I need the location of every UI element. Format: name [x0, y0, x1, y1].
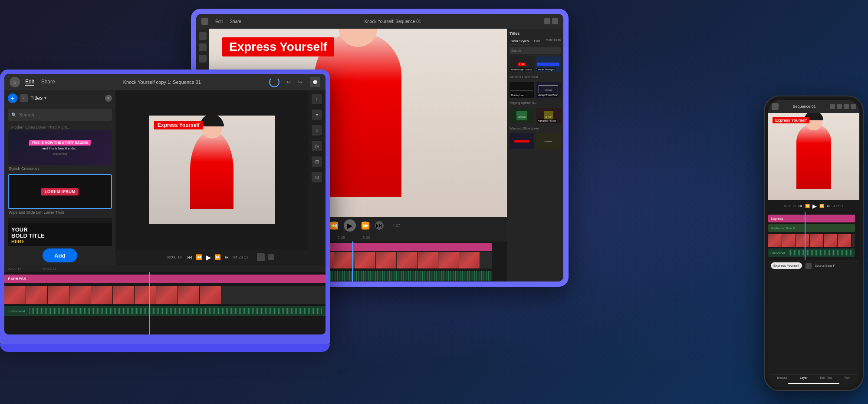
- vc-skip-back[interactable]: ⏮: [187, 254, 192, 260]
- laptop-chat-btn[interactable]: 💬: [310, 77, 320, 87]
- add-style-btn[interactable]: Add: [43, 248, 77, 262]
- tablet-share-tab[interactable]: Share: [230, 19, 241, 24]
- tablet-style-illust[interactable]: Illustrative: [536, 133, 561, 149]
- crop-icon[interactable]: ⊡: [312, 172, 322, 182]
- vc-next-frame[interactable]: ⏩: [214, 254, 221, 260]
- tablet-top-bar: Edit Share Knock Yourself: Sequence 01: [196, 14, 563, 29]
- tablet-thumb-11: [418, 252, 438, 268]
- tablet-rs-search[interactable]: [510, 47, 561, 54]
- back-btn[interactable]: ‹: [20, 94, 28, 102]
- tablet-play-btn[interactable]: ▶: [344, 219, 356, 232]
- lp-thumb-2: [26, 286, 48, 304]
- laptop-undo-btn[interactable]: ↩: [286, 79, 291, 85]
- laptop-redo-btn[interactable]: ↪: [298, 79, 302, 85]
- phone-tab-layer[interactable]: Layer: [800, 376, 808, 379]
- tablet-sidebar-btn2[interactable]: [199, 55, 207, 63]
- vc-play[interactable]: ▶: [206, 253, 211, 262]
- tablet-icon-1[interactable]: [544, 18, 550, 24]
- tablet-sidebar-btn1[interactable]: [199, 43, 207, 51]
- tablet-edit-tab[interactable]: Edit: [215, 19, 223, 24]
- headphone-icon[interactable]: ◎: [312, 141, 322, 151]
- tablet-style-hl[interactable]: HL POP Highlighter Pop Up: [536, 108, 561, 123]
- tablet-skip-fwd-btn[interactable]: ⏭: [375, 221, 384, 230]
- style-thumb-wipe[interactable]: LOREM IPSUM: [8, 174, 112, 209]
- center-plus-icons: Express Yourself ↑: [115, 90, 326, 249]
- laptop-home-btn[interactable]: ⌂: [10, 77, 20, 87]
- phone-skip-back[interactable]: ⏮: [799, 204, 802, 208]
- phone-audio-track[interactable]: ♪ Knockout: [768, 248, 855, 257]
- phone-next-frame[interactable]: ⏩: [819, 204, 824, 208]
- tablet-style-live[interactable]: LIVE Modern Right Callout: [510, 56, 534, 72]
- titles-panel: + ‹ Titles ▾ ✕ 🔍 Modern Lin: [4, 90, 115, 265]
- laptop-edit-tab[interactable]: Edit: [25, 79, 34, 86]
- laptop-base: [0, 344, 330, 352]
- upload-icon[interactable]: ↑: [312, 94, 322, 104]
- circle-icon[interactable]: ○: [312, 125, 322, 136]
- close-panel-btn[interactable]: ✕: [105, 95, 112, 102]
- panel-scrollable[interactable]: Modern Lines Lower Third Right... THIS I…: [4, 123, 115, 246]
- tablet-sidebar-home[interactable]: [199, 32, 207, 40]
- ph-thumb-5: [824, 234, 838, 247]
- laptop-share-tab[interactable]: Share: [41, 79, 55, 86]
- phone-icon-2[interactable]: [844, 104, 849, 109]
- tablet-next-frame-btn[interactable]: ⏩: [361, 221, 370, 230]
- tablet-tab-edit[interactable]: Edit: [532, 38, 542, 44]
- phone-icon-undo[interactable]: [830, 104, 835, 109]
- phone-skip-fwd[interactable]: ⏭: [827, 204, 831, 208]
- tablet-style-vintage[interactable]: VINTAGE Vintage Frame Over: [536, 82, 561, 98]
- phone-edit-text-btn[interactable]: Express Yourself: [771, 262, 802, 269]
- search-bar[interactable]: 🔍: [8, 109, 112, 121]
- phone-icon-3[interactable]: [851, 104, 856, 109]
- search-input[interactable]: [19, 112, 108, 117]
- phone-tab-edit-text[interactable]: Edit Text: [820, 376, 832, 379]
- tablet-rs-more[interactable]: More Titles: [546, 38, 561, 44]
- effect-icon[interactable]: ✦: [312, 109, 322, 120]
- tablet-style-wipe2[interactable]: [510, 133, 534, 149]
- style-thumb-bold[interactable]: YOUR BOLD TITLE HERE: [8, 218, 112, 246]
- phone-audio-label: ♪ Knockout: [770, 252, 785, 255]
- tablet-home-icon[interactable]: [201, 18, 208, 25]
- style-item-wipe[interactable]: LOREM IPSUM Wipe and Slide Left Lower Th…: [8, 174, 112, 215]
- laptop-video-track[interactable]: [4, 286, 326, 304]
- phone-track-row2[interactable]: Illustrative Style S: [768, 224, 855, 232]
- phone-icon-1[interactable]: [837, 104, 842, 109]
- phone-title-track[interactable]: Express: [768, 215, 855, 222]
- vc-settings-btn[interactable]: [268, 254, 274, 260]
- phone-home-icon[interactable]: [772, 103, 779, 110]
- ph-thumb-1: [768, 234, 782, 247]
- tablet-rs-title: Titles: [510, 31, 561, 36]
- center-video-area: Express Yourself ↑: [115, 90, 326, 265]
- phone-prev-frame[interactable]: ⏪: [805, 204, 810, 208]
- tablet-style-mobile[interactable]: Mobile Messages: [536, 56, 561, 72]
- tablet-prev-frame-btn[interactable]: ⏪: [330, 221, 339, 230]
- panel-title[interactable]: Titles ▾: [30, 95, 46, 101]
- tablet-style-flip[interactable]: SPEECH: [510, 108, 534, 123]
- phone-screen: Sequence 01 Express Yourself 00:01 23 ⏮ …: [768, 100, 859, 387]
- laptop-title-track[interactable]: EXPRESS: [4, 275, 326, 283]
- phone-font-icon[interactable]: [806, 263, 812, 269]
- tablet-icon-2[interactable]: [552, 18, 558, 24]
- right-icons-panel: ↑ ✦ ○ ◎ ⊞ ⊡: [308, 90, 326, 249]
- tablet-style-dividing[interactable]: Dividing Line: [510, 82, 534, 98]
- style-item-crisscross[interactable]: THIS IS HOW THE STORY BEGINS and this is…: [8, 130, 112, 171]
- vc-fullscreen-btn[interactable]: [257, 253, 265, 261]
- person-shape: [190, 131, 233, 209]
- tablet-person-head: [339, 29, 378, 47]
- phone-video-track[interactable]: [768, 234, 855, 247]
- style-item-bold[interactable]: YOUR BOLD TITLE HERE Three Line Bold Tit…: [8, 218, 112, 246]
- style-wipe-label: Wipe and Slide Left Lower Third: [8, 210, 112, 215]
- vc-prev-frame[interactable]: ⏪: [196, 254, 202, 260]
- vc-skip-fwd[interactable]: ⏭: [224, 254, 230, 260]
- add-btn[interactable]: +: [8, 93, 17, 103]
- person-img-sm: [149, 116, 275, 224]
- bold-title-line1: YOUR: [11, 227, 108, 233]
- tablet-tab-styles[interactable]: Your Styles: [510, 38, 530, 44]
- style-thumb-crisscross[interactable]: THIS IS HOW THE STORY BEGINS and this is…: [8, 130, 112, 165]
- phone-tab-browse[interactable]: Browse: [777, 376, 787, 379]
- phone-play[interactable]: ▶: [812, 203, 817, 209]
- laptop-audio-track[interactable]: ♪ Knockout: [4, 306, 326, 316]
- laptop-timeline: 00:00 14 04:26 11 EXPRESS: [4, 265, 326, 334]
- grid-icon[interactable]: ⊞: [312, 156, 322, 167]
- tablet-thumb-12: [438, 252, 459, 268]
- phone-tab-font[interactable]: Font: [844, 376, 850, 379]
